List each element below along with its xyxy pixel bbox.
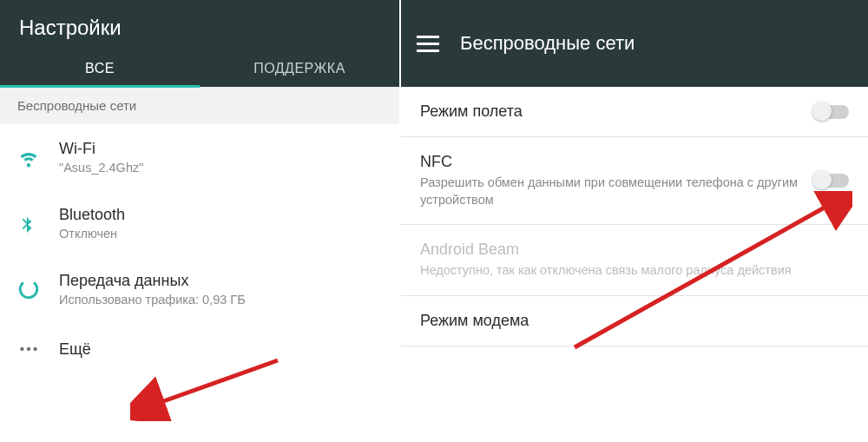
page-title: Беспроводные сети — [460, 32, 635, 55]
wifi-icon — [17, 146, 59, 168]
wireless-panel: Беспроводные сети Режим полета NFC Разре… — [401, 0, 868, 442]
list-item-title: Ещё — [59, 340, 382, 359]
bluetooth-icon — [17, 212, 59, 234]
list-item-title: Передача данных — [59, 272, 382, 290]
list-item-android-beam: Android Beam Недоступно, так как отключе… — [401, 225, 868, 296]
settings-panel: Настройки ВСЕ ПОДДЕРЖКА Беспроводные сет… — [0, 0, 401, 442]
list-item-more[interactable]: Ещё — [0, 322, 399, 376]
list-item-data-usage[interactable]: Передача данных Использовано трафика: 0,… — [0, 256, 399, 322]
settings-list: Wi-Fi "Asus_2.4Ghz" Bluetooth Отключен — [0, 124, 399, 376]
tab-support[interactable]: ПОДДЕРЖКА — [200, 49, 399, 87]
left-header: Настройки ВСЕ ПОДДЕРЖКА — [0, 0, 399, 87]
menu-icon[interactable] — [417, 32, 439, 55]
list-item-sub: Отключен — [59, 227, 382, 241]
list-item-title: Режим полета — [420, 102, 800, 121]
tabs: ВСЕ ПОДДЕРЖКА — [0, 49, 399, 87]
toggle-nfc[interactable] — [814, 174, 849, 188]
list-item-sub: "Asus_2.4Ghz" — [59, 161, 382, 175]
more-icon — [17, 338, 59, 360]
list-item-bluetooth[interactable]: Bluetooth Отключен — [0, 190, 399, 256]
svg-point-2 — [27, 347, 30, 351]
tab-all[interactable]: ВСЕ — [0, 49, 200, 87]
svg-point-0 — [17, 278, 40, 300]
list-item-title: NFC — [420, 153, 800, 171]
right-header: Беспроводные сети — [401, 0, 868, 87]
list-item-sub: Использовано трафика: 0,93 ГБ — [59, 293, 382, 307]
list-item-tethering[interactable]: Режим модема — [401, 296, 868, 346]
page-title: Настройки — [0, 0, 399, 49]
list-item-nfc[interactable]: NFC Разрешить обмен данными при совмещен… — [401, 137, 868, 225]
list-item-title: Bluetooth — [59, 206, 382, 224]
list-item-title: Android Beam — [420, 241, 835, 259]
list-item-wifi[interactable]: Wi-Fi "Asus_2.4Ghz" — [0, 124, 399, 190]
svg-point-3 — [33, 347, 36, 351]
section-wireless: Беспроводные сети — [0, 87, 399, 124]
list-item-sub: Разрешить обмен данными при совмещении т… — [420, 175, 800, 208]
list-item-sub: Недоступно, так как отключена связь мало… — [420, 262, 835, 280]
list-item-airplane[interactable]: Режим полета — [401, 87, 868, 137]
data-usage-icon — [17, 278, 59, 300]
svg-point-1 — [20, 347, 23, 351]
toggle-airplane[interactable] — [814, 105, 849, 119]
list-item-title: Wi-Fi — [59, 140, 382, 158]
list-item-title: Режим модема — [420, 312, 835, 330]
